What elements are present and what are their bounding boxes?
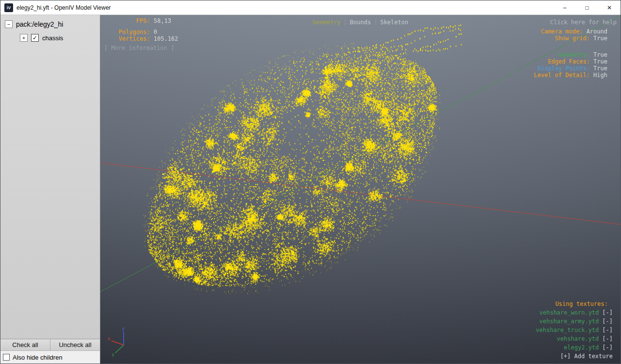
uncheck-all-button[interactable]: Uncheck all [50,339,100,350]
vertices-label: Vertices: [104,35,150,42]
axis-y-label: y [111,352,114,357]
tree-root-row[interactable]: − pack:/elegy2_hi [0,15,100,28]
help-link[interactable]: Click here for help [550,19,617,26]
minimize-icon[interactable]: – [554,0,576,15]
polygons-value: 0 [154,29,157,35]
also-hide-children-row[interactable]: Also hide children [0,350,100,364]
window-title: elegy2_hi.yft - OpenIV Model Viewer [16,4,554,11]
check-buttons-row: Check all Uncheck all [0,339,100,350]
openiv-model-viewer-window: iV elegy2_hi.yft - OpenIV Model Viewer –… [0,0,621,364]
camera-mode-value: Around [587,28,607,35]
tree-item-label: chassis [42,34,63,42]
also-hide-children-checkbox[interactable] [3,354,10,361]
display-settings: Camera mode:Around Show grid:True Geomet… [534,28,608,79]
texture-item: vehshare_army.ytd [539,318,599,325]
texture-item: vehshare_worn.ytd [539,309,599,316]
main-area: − pack:/elegy2_hi + ✓ chassis Check all … [0,15,621,364]
using-textures-header: Using textures: [536,300,613,308]
tab-separator: | [344,19,347,26]
tree-item-chassis[interactable]: + ✓ chassis [0,28,100,42]
remove-texture-button[interactable]: [-] [602,309,613,316]
app-icon: iV [4,3,13,12]
tab-separator: | [374,19,377,26]
axis-z-label: z [122,326,125,332]
expand-expander-icon[interactable]: + [20,34,28,42]
model-viewport: FPS:58,13 Polygons:0 Vertices:105.162 [ … [100,15,621,364]
remove-texture-button[interactable]: [-] [602,327,613,333]
tab-skeleton[interactable]: Skeleton [380,19,408,26]
texture-list: Using textures: vehshare_worn.ytd[-] veh… [536,300,613,361]
maximize-icon[interactable]: □ [576,0,598,15]
geometry-setting-label: Geometry: [558,51,590,58]
vertices-value: 105.162 [154,35,178,42]
level-of-detail-value: High [593,72,607,79]
show-grid-label: Show grid: [555,35,590,42]
also-hide-children-label: Also hide children [13,354,63,361]
geometry-setting-value: True [593,51,607,58]
display-points-label: Display Points: [538,65,590,72]
more-information-link[interactable]: [ More information ] [104,45,175,51]
check-icon: ✓ [32,35,37,41]
tree-root-label: pack:/elegy2_hi [16,20,63,28]
texture-item: elegy2.ytd [564,344,599,351]
tab-bounds[interactable]: Bounds [350,19,371,26]
remove-texture-button[interactable]: [-] [602,344,613,351]
axis-gizmo: z x y [107,326,134,357]
titlebar[interactable]: iV elegy2_hi.yft - OpenIV Model Viewer –… [0,0,621,15]
check-all-button[interactable]: Check all [0,339,50,350]
add-texture-button[interactable]: [+] Add texture [560,353,613,360]
edged-faces-label: Edged Faces: [548,58,590,65]
polygons-label: Polygons: [104,29,150,35]
view-mode-tabs: Geometry|Bounds|Skeleton [100,19,621,26]
remove-texture-button[interactable]: [-] [602,335,613,342]
show-grid-value: True [593,35,607,42]
close-icon[interactable]: ✕ [598,0,621,15]
edged-faces-value: True [593,58,607,65]
sidebar-bottom: Check all Uncheck all Also hide children [0,339,100,364]
camera-mode-label: Camera mode: [541,28,583,35]
model-tree-sidebar: − pack:/elegy2_hi + ✓ chassis Check all … [0,15,100,364]
window-controls: – □ ✕ [554,0,621,15]
chassis-checkbox[interactable]: ✓ [31,34,39,42]
remove-texture-button[interactable]: [-] [602,318,613,325]
texture-item: vehshare.ytd [557,335,599,342]
level-of-detail-label: Level of Detail: [534,72,590,79]
tab-geometry[interactable]: Geometry [313,19,341,26]
display-points-value: True [593,65,607,72]
texture-item: vehshare_truck.ytd [536,327,599,333]
collapse-expander-icon[interactable]: − [5,20,13,28]
axis-x-label: x [108,336,111,341]
